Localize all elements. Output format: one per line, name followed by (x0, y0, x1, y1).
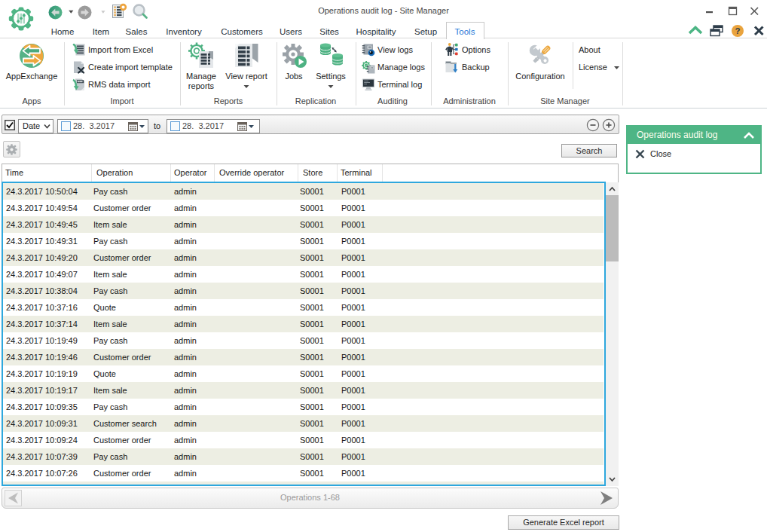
svg-text:?: ? (735, 26, 740, 35)
